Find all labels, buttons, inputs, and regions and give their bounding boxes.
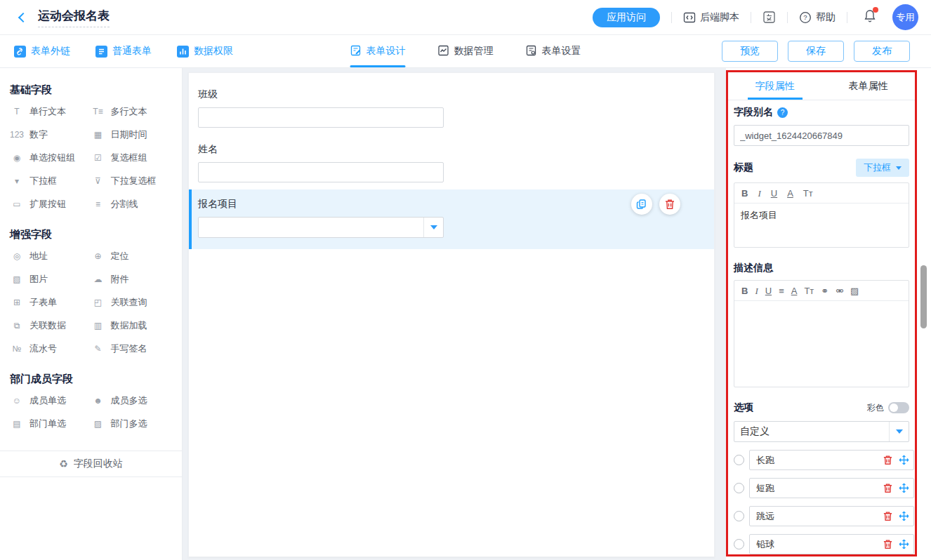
external-link-button[interactable]: 表单外链 [14,45,70,58]
app-access-button[interactable]: 应用访问 [593,8,660,27]
help-button[interactable]: ? 帮助 [799,11,836,24]
palette-item-divider[interactable]: ≡分割线 [91,192,173,215]
palette-item-number[interactable]: 123数字 [10,123,91,146]
italic-button[interactable]: I [755,286,758,295]
tab-form-settings[interactable]: 表单设置 [526,35,581,67]
palette-item-radio-group[interactable]: ◉单选按钮组 [10,146,91,169]
help-circle-icon[interactable]: ? [777,107,788,118]
link-icon[interactable]: ⚭ [821,286,828,295]
event-select[interactable] [198,217,444,238]
underline-button[interactable]: U [771,189,777,198]
code-icon [683,11,696,24]
department-multi-icon: ▨ [91,419,105,429]
bold-button[interactable]: B [741,286,748,295]
form-field-class[interactable]: 班级 [189,80,714,135]
font-size-button[interactable]: Tт [803,189,813,198]
tab-data-management[interactable]: 数据管理 [438,35,494,67]
preview-button[interactable]: 预览 [722,41,778,62]
move-icon [899,455,909,465]
tab-field-properties[interactable]: 字段属性 [728,72,821,100]
palette-item-checkbox-group[interactable]: ☑复选框组 [91,146,173,169]
delete-option-button[interactable] [883,511,893,521]
tab-label: 数据管理 [454,45,494,58]
tab-form-design[interactable]: 表单设计 [350,35,406,67]
palette-item-dropdown[interactable]: ▾下拉框 [10,169,91,192]
palette-item-attachment[interactable]: ☁附件 [91,267,173,291]
name-input[interactable] [198,162,444,182]
palette-item-address[interactable]: ◎地址 [10,244,91,267]
palette-item-linked-query[interactable]: ◰关联查询 [91,291,173,314]
move-option-handle[interactable] [899,455,909,465]
avatar[interactable]: 专用 [892,4,918,30]
palette-item-extend-button[interactable]: ▭扩展按钮 [10,192,91,215]
font-color-button[interactable]: A [791,286,798,295]
option-input[interactable] [750,535,883,554]
delete-field-button[interactable] [659,194,680,215]
option-input[interactable] [750,451,883,469]
option-input[interactable] [750,507,883,526]
backend-script-button[interactable]: 后端脚本 [683,11,739,24]
move-option-handle[interactable] [899,539,909,549]
palette-item-data-load[interactable]: ▥数据加载 [91,314,173,337]
copy-field-button[interactable] [631,194,652,215]
scrollbar-thumb[interactable] [920,265,927,328]
description-editor-content[interactable] [734,301,909,387]
title-editor-content[interactable]: 报名项目 [734,204,909,247]
plugin-button[interactable] [762,11,776,24]
palette-item-single-line-text[interactable]: T单行文本 [10,100,91,123]
palette-item-serial-number[interactable]: №流水号 [10,337,91,360]
delete-option-button[interactable] [883,539,893,549]
insert-image-icon[interactable]: ▨ [850,286,859,295]
font-size-button[interactable]: Tт [804,286,814,295]
delete-option-button[interactable] [883,455,893,465]
form-field-name[interactable]: 姓名 [189,135,714,189]
divider [751,12,751,23]
align-button[interactable]: ≡ [779,286,784,295]
color-toggle[interactable] [888,402,909,413]
radio-icon[interactable] [734,455,744,465]
palette-item-signature[interactable]: ✎手写签名 [91,337,173,360]
palette-item-dropdown-multi[interactable]: ⊽下拉复选框 [91,169,173,192]
back-button[interactable] [14,8,32,27]
palette-item-department-multi[interactable]: ▨部门多选 [91,412,173,435]
notifications-button[interactable] [863,8,877,26]
move-option-handle[interactable] [899,511,909,521]
tab-form-properties[interactable]: 表单属性 [821,72,915,100]
palette-item-member-multi[interactable]: ☻成员多选 [91,389,173,412]
delete-option-button[interactable] [883,483,893,493]
font-color-button[interactable]: A [787,189,793,198]
palette-item-location[interactable]: ⊕定位 [91,244,173,267]
unlink-icon[interactable]: ⚮ [836,286,843,295]
move-icon [899,539,909,549]
bold-button[interactable]: B [741,189,748,198]
underline-button[interactable]: U [765,286,772,295]
field-recycle-bin-button[interactable]: ♻ 字段回收站 [0,451,182,477]
form-field-event-selected[interactable]: 报名项目 [189,189,714,249]
publish-button[interactable]: 发布 [854,41,910,62]
palette-item-label: 部门多选 [111,418,147,430]
palette-item-multi-line-text[interactable]: T≡多行文本 [91,100,173,123]
tab-label: 表单设计 [367,45,406,58]
normal-form-button[interactable]: 普通表单 [95,45,152,58]
italic-button[interactable]: I [758,189,760,198]
radio-icon[interactable] [734,511,744,521]
field-alias-input[interactable] [734,125,909,146]
option-input[interactable] [750,479,883,498]
palette-item-linked-data[interactable]: ⧉关联数据 [10,314,91,337]
palette-item-member-single[interactable]: ☺成员单选 [10,389,91,412]
radio-icon[interactable] [734,483,744,493]
class-input[interactable] [198,107,444,128]
radio-icon[interactable] [734,539,744,549]
palette-item-datetime[interactable]: ▦日期时间 [91,123,173,146]
data-permission-button[interactable]: 数据权限 [177,45,233,58]
palette-item-subform[interactable]: ⊞子表单 [10,291,91,314]
widget-type-dropdown[interactable]: 下拉框 [856,159,909,177]
option-row [734,450,909,470]
save-button[interactable]: 保存 [788,41,844,62]
color-toggle-label: 彩色 [867,402,884,414]
move-option-handle[interactable] [899,483,909,493]
option-source-select[interactable]: 自定义 [734,421,909,442]
palette-item-department-single[interactable]: ▤部门单选 [10,412,91,435]
widget-type-value: 下拉框 [864,161,891,174]
palette-item-image[interactable]: ▧图片 [10,267,91,291]
